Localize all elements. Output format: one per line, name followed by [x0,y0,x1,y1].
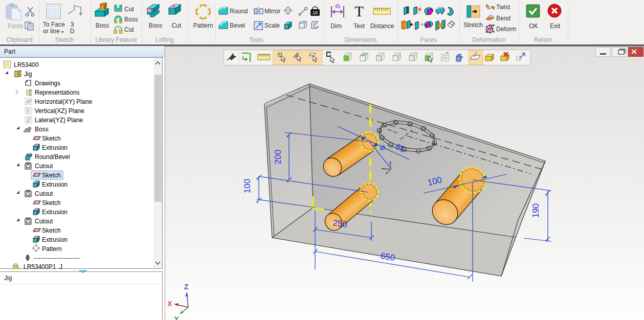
svg-text:650: 650 [380,251,395,263]
svg-text:Drawings: Drawings [35,80,60,87]
svg-text:--------------------: -------------------- [34,255,80,262]
svg-text:Representations: Representations [35,89,79,96]
svg-text:Extrusion: Extrusion [42,236,68,243]
svg-text:100: 100 [242,179,252,193]
svg-text:190: 190 [531,203,541,218]
svg-text:200: 200 [273,150,283,164]
svg-text:Lateral(YZ) Plane: Lateral(YZ) Plane [35,117,83,124]
svg-text:Y: Y [174,315,179,320]
svg-text:Cutout: Cutout [35,190,53,197]
svg-text:Cutout: Cutout [35,218,53,225]
svg-text:Sketch: Sketch [42,199,61,207]
svg-text:X: X [167,300,172,308]
svg-text:LR53400P1_J: LR53400P1_J [24,263,62,269]
svg-text:Sketch: Sketch [42,172,61,179]
svg-text:Extrusion: Extrusion [42,209,68,216]
svg-text:Z: Z [184,283,189,291]
svg-text:Jig: Jig [24,71,32,78]
svg-text:Boss: Boss [35,126,49,133]
svg-text:Pattern: Pattern [42,245,62,253]
svg-text:Vertical(XZ) Plane: Vertical(XZ) Plane [35,107,84,115]
svg-text:Cutout: Cutout [35,163,53,170]
svg-text:LR53400: LR53400 [14,61,39,68]
svg-text:Round/Bevel: Round/Bevel [35,153,70,161]
svg-text:Extrusion: Extrusion [42,144,68,151]
svg-text:Sketch: Sketch [42,135,61,142]
svg-text:T: T [354,3,364,19]
svg-text:45: 45 [335,4,341,9]
svg-text:Extrusion: Extrusion [42,181,68,188]
svg-text:250: 250 [332,218,348,230]
svg-text:Horizontal(XY) Plane: Horizontal(XY) Plane [35,98,92,105]
svg-text:Sketch: Sketch [42,227,61,234]
svg-text:10: 10 [313,10,318,15]
